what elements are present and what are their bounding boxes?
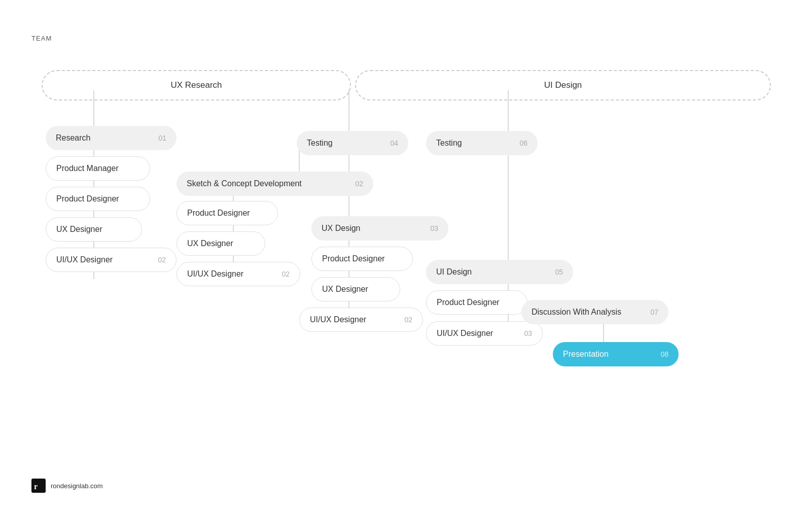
testing-04-pill[interactable]: Testing 04: [297, 131, 408, 155]
ux-designer-left-pill[interactable]: UX Designer: [46, 217, 142, 242]
ux-designer-ux-label: UX Designer: [322, 285, 368, 294]
ux-designer-sketch-label: UX Designer: [187, 239, 233, 248]
uiux-designer-sketch-num: 02: [281, 270, 290, 278]
testing-06-pill[interactable]: Testing 06: [426, 131, 538, 155]
product-manager-pill[interactable]: Product Manager: [46, 156, 150, 181]
svg-text:r: r: [34, 482, 38, 491]
ui-design-05-pill[interactable]: UI Design 05: [426, 260, 573, 284]
testing-04-label: Testing: [307, 139, 333, 148]
uiux-designer-ux-label: UI/UX Designer: [310, 315, 366, 324]
sketch-concept-pill[interactable]: Sketch & Concept Development 02: [176, 172, 373, 196]
product-designer-left-label: Product Designer: [56, 194, 119, 204]
product-designer-ux-label: Product Designer: [322, 254, 385, 263]
footer-url: rondesignlab.com: [51, 482, 103, 490]
uiux-designer-ux-pill[interactable]: UI/UX Designer 02: [299, 308, 423, 332]
sketch-concept-label: Sketch & Concept Development: [187, 179, 302, 188]
ux-designer-left-label: UX Designer: [56, 225, 102, 234]
testing-06-label: Testing: [436, 139, 462, 148]
uiux-designer-sketch-pill[interactable]: UI/UX Designer 02: [176, 262, 300, 286]
ux-design-03-label: UX Design: [322, 224, 360, 233]
product-designer-ux-pill[interactable]: Product Designer: [311, 247, 413, 271]
presentation-08-num: 08: [660, 350, 668, 358]
group-ui-design-label: UI Design: [544, 80, 582, 90]
research-num: 01: [158, 134, 166, 142]
ux-designer-ux-pill[interactable]: UX Designer: [311, 277, 400, 301]
group-header-ui-design: UI Design: [355, 70, 771, 100]
product-designer-left-pill[interactable]: Product Designer: [46, 187, 150, 211]
testing-06-num: 06: [519, 139, 527, 147]
footer: r rondesignlab.com: [31, 479, 103, 493]
discussion-07-num: 07: [650, 308, 658, 316]
sketch-concept-num: 02: [355, 180, 363, 188]
uiux-designer-left-pill[interactable]: UI/UX Designer 02: [46, 248, 176, 272]
ui-design-05-num: 05: [555, 268, 563, 276]
research-01-pill[interactable]: Research 01: [46, 126, 176, 150]
uiux-designer-ui-pill[interactable]: UI/UX Designer 03: [426, 321, 543, 346]
testing-04-num: 04: [390, 139, 398, 147]
ui-design-05-label: UI Design: [436, 267, 472, 277]
ux-design-03-pill[interactable]: UX Design 03: [311, 216, 448, 241]
uiux-designer-left-label: UI/UX Designer: [56, 255, 113, 264]
uiux-designer-sketch-label: UI/UX Designer: [187, 269, 243, 279]
discussion-07-pill[interactable]: Discussion With Analysis 07: [521, 300, 668, 324]
group-header-ux-research: UX Research: [42, 70, 351, 100]
product-designer-ui-pill[interactable]: Product Designer: [426, 290, 527, 315]
product-designer-ui-label: Product Designer: [437, 298, 500, 307]
ux-designer-sketch-pill[interactable]: UX Designer: [176, 231, 265, 256]
product-designer-sketch-pill[interactable]: Product Designer: [176, 201, 278, 225]
discussion-07-label: Discussion With Analysis: [532, 308, 621, 317]
presentation-08-pill[interactable]: Presentation 08: [553, 342, 679, 366]
group-ux-research-label: UX Research: [170, 80, 222, 90]
page-label: TEAM: [31, 35, 52, 42]
uiux-designer-ui-label: UI/UX Designer: [437, 329, 493, 338]
ux-design-03-num: 03: [430, 224, 438, 232]
footer-logo-icon: r: [31, 479, 46, 493]
research-label: Research: [56, 133, 90, 143]
product-designer-sketch-label: Product Designer: [187, 209, 250, 218]
presentation-08-label: Presentation: [563, 350, 609, 359]
uiux-designer-left-num: 02: [158, 256, 166, 264]
product-manager-label: Product Manager: [56, 164, 119, 173]
uiux-designer-ux-num: 02: [404, 316, 412, 324]
uiux-designer-ui-num: 03: [524, 329, 532, 337]
